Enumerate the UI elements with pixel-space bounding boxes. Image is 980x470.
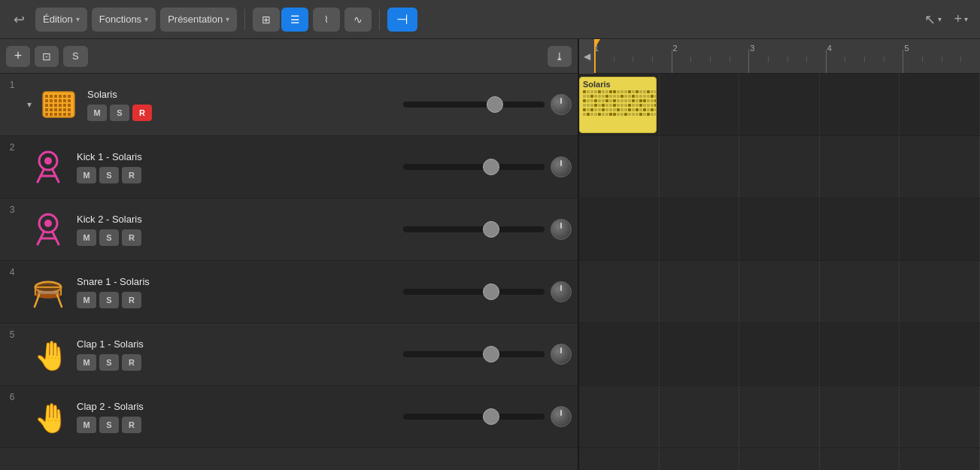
timeline-ruler[interactable]: 1 2 3 4 5 (594, 39, 980, 73)
record-button-5[interactable]: R (122, 354, 141, 371)
record-button-3[interactable]: R (122, 229, 141, 246)
pan-knob-1[interactable] (551, 94, 572, 115)
ruler-mark-4: 4 (827, 44, 832, 53)
timeline-nav-left[interactable]: ◀ (579, 39, 594, 74)
record-button-4[interactable]: R (122, 292, 141, 308)
track-icon-4 (24, 274, 72, 310)
solo-button-3[interactable]: S (99, 229, 119, 246)
solo-button-1[interactable]: S (110, 105, 129, 121)
svg-rect-23 (63, 108, 66, 111)
track-controls-4: M S R (77, 292, 393, 308)
fader-track-5[interactable] (403, 351, 545, 357)
solo-button-2[interactable]: S (99, 167, 119, 183)
track-info-6: Clap 2 - Solaris M S R (72, 395, 397, 439)
mute-button-5[interactable]: M (77, 354, 96, 371)
pan-knob-4[interactable] (551, 281, 572, 302)
download-button[interactable]: ⤓ (548, 46, 572, 67)
add-track-button[interactable]: + (6, 46, 30, 67)
pattern-block-solaris[interactable]: Solaris (579, 77, 657, 133)
track-name-4: Snare 1 - Solaris (77, 276, 393, 287)
view-grid-button[interactable]: ⊞ (253, 8, 280, 32)
timeline-row-4[interactable] (579, 261, 980, 323)
track-fader-2 (397, 156, 578, 177)
solo-button-6[interactable]: S (99, 417, 119, 433)
svg-rect-16 (59, 104, 62, 107)
timeline-row-6[interactable] (579, 386, 980, 448)
fader-thumb-2[interactable] (483, 159, 499, 175)
fonctions-menu[interactable]: Fonctions ▾ (92, 8, 156, 32)
ruler-tick (710, 56, 711, 62)
presentation-menu[interactable]: Présentation ▾ (160, 8, 237, 32)
ruler-tick (922, 56, 923, 62)
timeline-row-5[interactable] (579, 323, 980, 386)
timeline-row-3[interactable] (579, 199, 980, 261)
pan-knob-3[interactable] (551, 219, 572, 240)
svg-rect-13 (45, 104, 48, 107)
svg-rect-7 (45, 99, 48, 102)
fader-thumb-3[interactable] (483, 221, 499, 238)
solo-button-5[interactable]: S (99, 354, 119, 371)
wave-button[interactable]: ∿ (344, 8, 372, 32)
pan-knob-2[interactable] (551, 156, 572, 177)
track-list: + ⊡ S ⤓ 1 ▾ (0, 39, 579, 470)
fader-track-2[interactable] (403, 164, 545, 170)
track-fader-3 (397, 219, 578, 240)
timeline-row-1[interactable]: Solaris (579, 74, 980, 136)
add-element-button[interactable]: + ▾ (949, 8, 972, 30)
track-row-1: 1 ▾ (0, 74, 578, 136)
expand-button-1[interactable]: ▾ (24, 99, 35, 110)
fader-thumb-1[interactable] (487, 96, 503, 113)
timeline-content: Solaris (579, 74, 980, 470)
fader-track-4[interactable] (403, 289, 545, 295)
add-icon: + (954, 11, 962, 27)
ruler-tick (806, 56, 807, 62)
mute-button-4[interactable]: M (77, 292, 96, 308)
mute-button-1[interactable]: M (87, 105, 107, 121)
main-toolbar: ↩ Édition ▾ Fonctions ▾ Présentation ▾ ⊞… (0, 0, 980, 39)
view-list-button[interactable]: ☰ (281, 8, 308, 32)
svg-rect-3 (54, 95, 57, 98)
svg-rect-4 (59, 95, 62, 98)
duplicate-track-button[interactable]: ⊡ (35, 46, 59, 67)
svg-rect-5 (63, 95, 66, 98)
pan-knob-6[interactable] (551, 406, 572, 427)
fader-thumb-5[interactable] (483, 346, 499, 362)
record-button-1[interactable]: R (132, 105, 152, 121)
mute-button-6[interactable]: M (77, 417, 96, 433)
back-button[interactable]: ↩ (8, 8, 31, 31)
pointer-button[interactable]: ↖ ▾ (920, 8, 946, 31)
fader-track-3[interactable] (403, 226, 545, 232)
midi-button[interactable]: ⌇ (313, 8, 340, 32)
grid-icon: ⊞ (262, 14, 271, 26)
fader-thumb-6[interactable] (483, 408, 499, 425)
track-info-1: Solaris M S R (83, 83, 397, 127)
solo-button-4[interactable]: S (99, 292, 119, 308)
fonctions-label: Fonctions (99, 14, 141, 25)
add-track-icon: + (14, 48, 23, 64)
record-button-2[interactable]: R (122, 167, 141, 183)
ruler-mark-3: 3 (750, 44, 754, 53)
timeline-row-2[interactable] (579, 136, 980, 199)
smart-button[interactable]: ⊣ (387, 8, 417, 32)
svg-point-37 (44, 220, 52, 227)
fader-track-6[interactable] (403, 414, 545, 420)
track-fader-6 (397, 406, 578, 427)
track-name-5: Clap 1 - Solaris (77, 338, 393, 350)
mute-button-3[interactable]: M (77, 229, 96, 246)
ruler-tick (845, 56, 845, 62)
timeline-area: ◀ 1 2 3 4 5 (579, 39, 980, 470)
ruler-tick-major (672, 50, 672, 74)
track-controls-5: M S R (77, 354, 393, 371)
toolbar-right: ↖ ▾ + ▾ (920, 8, 972, 31)
list-icon: ☰ (290, 14, 300, 26)
fader-thumb-4[interactable] (483, 284, 499, 300)
mute-button-2[interactable]: M (77, 167, 96, 183)
record-button-6[interactable]: R (122, 417, 141, 433)
pan-knob-5[interactable] (551, 344, 572, 365)
track-controls-6: M S R (77, 417, 393, 433)
s-button[interactable]: S (63, 46, 88, 67)
duplicate-icon: ⊡ (42, 50, 51, 62)
edition-menu[interactable]: Édition ▾ (35, 8, 87, 32)
track-fader-1 (397, 94, 578, 115)
fader-track-1[interactable] (403, 102, 545, 108)
